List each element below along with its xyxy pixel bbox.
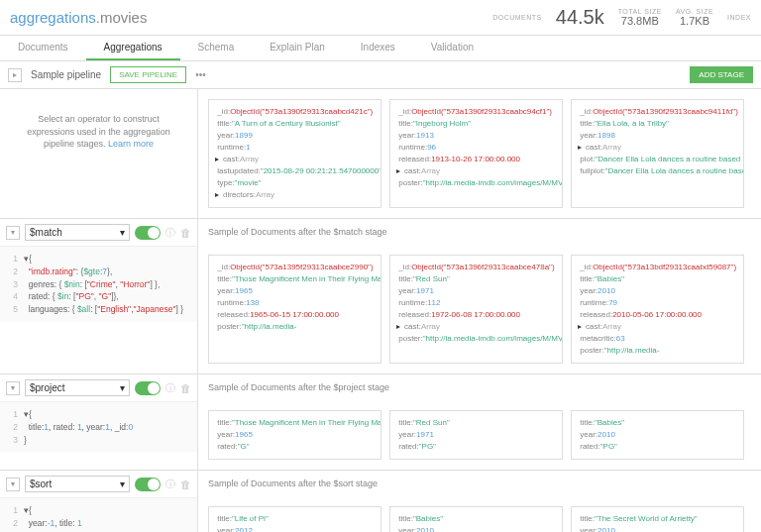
tab-schema[interactable]: Schema bbox=[180, 36, 253, 60]
tab-explain-plan[interactable]: Explain Plan bbox=[252, 36, 343, 60]
document-card: title:"Red Sun" year:1971 rated:"PG" bbox=[389, 410, 563, 460]
tab-aggregations[interactable]: Aggregations bbox=[86, 36, 180, 60]
stage-output-documents: title:"Those Magnificent Men in Their Fl… bbox=[198, 400, 761, 470]
document-card: _id:ObjectId("573a1390f29313caabcd421c")… bbox=[208, 99, 381, 208]
document-card: title:"Babies" year:2010 rated:"PG" bbox=[571, 410, 744, 460]
tab-bar: DocumentsAggregationsSchemaExplain PlanI… bbox=[0, 36, 761, 61]
delete-stage-icon[interactable]: 🗑 bbox=[180, 382, 191, 394]
chevron-down-icon: ▾ bbox=[120, 479, 125, 489]
delete-stage-icon[interactable]: 🗑 bbox=[180, 479, 191, 490]
stage-match: ▾$match▾ⓘ🗑1▾{2 "imdb.rating": {$gte:7},3… bbox=[0, 218, 761, 373]
toolbar: ▸ Sample pipeline SAVE PIPELINE ••• ADD … bbox=[0, 61, 761, 89]
intro-text: Select an operator to construct expressi… bbox=[0, 89, 197, 174]
document-card: title:"The Secret World of Arrietty" yea… bbox=[571, 506, 744, 532]
stage-sort: ▾$sort▾ⓘ🗑1▾{2 year:-1, title: 13}Sample … bbox=[0, 470, 761, 532]
stage-output-label: Sample of Documents after the $match sta… bbox=[198, 219, 761, 245]
document-card: title:"Life of Pi" year:2012 rated:"PG" bbox=[208, 506, 381, 532]
document-card: _id:ObjectId("573a1395f29313caabce2990")… bbox=[208, 255, 381, 364]
document-card: _id:ObjectId("573a1390f29313caabc94cf1")… bbox=[389, 99, 563, 208]
document-card: _id:ObjectId("573a1390f29313caabc9411fd"… bbox=[571, 99, 744, 208]
stage-editor[interactable]: 1▾{2 "imdb.rating": {$gte:7},3 genres: {… bbox=[0, 247, 197, 322]
info-icon[interactable]: ⓘ bbox=[165, 381, 175, 395]
stage-enabled-toggle[interactable] bbox=[135, 478, 161, 491]
save-pipeline-button[interactable]: SAVE PIPELINE bbox=[110, 66, 186, 83]
stage-output-documents: title:"Life of Pi" year:2012 rated:"PG" … bbox=[198, 496, 761, 532]
stage-enabled-toggle[interactable] bbox=[135, 381, 161, 395]
more-menu[interactable]: ••• bbox=[191, 69, 210, 80]
stage-operator-select[interactable]: $project▾ bbox=[25, 379, 130, 396]
stage-output-label: Sample of Documents after the $project s… bbox=[198, 374, 761, 400]
tab-indexes[interactable]: Indexes bbox=[343, 36, 413, 60]
pipeline-name: Sample pipeline bbox=[27, 67, 105, 82]
stage-project: ▾$project▾ⓘ🗑1▾{2 title:1, rated: 1, year… bbox=[0, 373, 761, 470]
delete-stage-icon[interactable]: 🗑 bbox=[180, 227, 191, 239]
expand-toggle[interactable]: ▸ bbox=[8, 68, 22, 82]
chevron-down-icon: ▾ bbox=[120, 227, 125, 238]
namespace-title: aggregations.movies bbox=[10, 9, 147, 26]
tab-documents[interactable]: Documents bbox=[0, 36, 86, 60]
collection-stats: DOCUMENTS 44.5k TOTAL SIZE73.8MB AVG. SI… bbox=[492, 6, 751, 29]
learn-more-link[interactable]: Learn more bbox=[108, 139, 154, 149]
collapse-stage[interactable]: ▾ bbox=[6, 381, 20, 395]
collapse-stage[interactable]: ▾ bbox=[6, 478, 20, 491]
info-icon[interactable]: ⓘ bbox=[165, 478, 175, 491]
stage-editor[interactable]: 1▾{2 year:-1, title: 13} bbox=[0, 498, 197, 532]
chevron-down-icon: ▾ bbox=[120, 382, 125, 393]
stage-enabled-toggle[interactable] bbox=[135, 226, 161, 240]
header: aggregations.movies DOCUMENTS 44.5k TOTA… bbox=[0, 0, 761, 36]
stage-output-documents: _id:ObjectId("573a1395f29313caabce2990")… bbox=[198, 245, 761, 373]
document-card: title:"Those Magnificent Men in Their Fl… bbox=[208, 410, 381, 460]
document-card: title:"Babies" year:2010 rated:"PG" bbox=[389, 506, 563, 532]
stage-operator-select[interactable]: $sort▾ bbox=[25, 476, 130, 492]
stage-operator-select[interactable]: $match▾ bbox=[25, 224, 130, 241]
document-card: _id:ObjectId("573a1396f29313caabce478a")… bbox=[389, 255, 563, 364]
tab-validation[interactable]: Validation bbox=[413, 36, 491, 60]
stage-output-label: Sample of Documents after the $sort stag… bbox=[198, 471, 761, 496]
add-stage-button[interactable]: ADD STAGE bbox=[690, 66, 753, 83]
initial-documents: _id:ObjectId("573a1390f29313caabcd421c")… bbox=[198, 89, 761, 218]
info-icon[interactable]: ⓘ bbox=[165, 226, 175, 240]
stage-editor[interactable]: 1▾{2 title:1, rated: 1, year:1, _id:03} bbox=[0, 402, 197, 452]
document-card: _id:ObjectId("573a13bdf29313caabd59087")… bbox=[571, 255, 744, 364]
collapse-stage[interactable]: ▾ bbox=[6, 226, 20, 240]
